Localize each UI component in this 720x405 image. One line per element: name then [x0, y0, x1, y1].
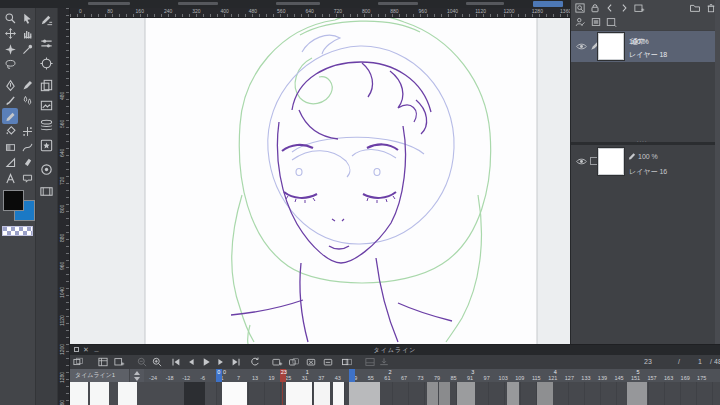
zoom-tool[interactable]	[2, 10, 18, 26]
layer-name[interactable]: レイヤー 16	[629, 168, 667, 175]
timeline-cel[interactable]	[314, 382, 330, 405]
layer-row[interactable]: 100 % 通常 レイヤー 18	[571, 31, 715, 62]
timeline-selector-spinner[interactable]	[130, 369, 144, 382]
ruler-label: 320	[192, 9, 200, 14]
layer-opacity: 100 %	[638, 153, 658, 160]
menu-bar	[0, 0, 570, 8]
decoration-tool[interactable]	[19, 124, 35, 140]
ruler-label: 400	[221, 9, 229, 14]
frame-number: 127	[565, 376, 574, 382]
layer-name[interactable]: レイヤー 18	[629, 51, 667, 58]
timeline-cel[interactable]	[507, 382, 519, 405]
timeline-name-box[interactable]: タイムライン1	[70, 369, 130, 382]
marker-tool[interactable]	[2, 77, 18, 93]
brush-tool[interactable]	[2, 93, 18, 109]
timeline-cel[interactable]	[349, 382, 380, 405]
auto-select-tool[interactable]	[2, 41, 18, 57]
timeline-cel[interactable]	[118, 382, 137, 405]
ruler-label: 880	[60, 233, 65, 241]
curve-tool[interactable]	[19, 139, 35, 155]
timeline-cel[interactable]	[457, 382, 475, 405]
blend-tool[interactable]	[19, 93, 35, 109]
ruler-label: 720	[60, 177, 65, 185]
frame-number: 109	[515, 376, 524, 382]
horizontal-ruler: 0801602403204004805606407208008809601040…	[70, 8, 570, 18]
move-tool[interactable]	[2, 26, 18, 42]
ruler-label: 480	[60, 92, 65, 100]
eyedropper-tool[interactable]	[19, 41, 35, 57]
frame-number: 163	[664, 376, 673, 382]
frame-number: 151	[631, 376, 640, 382]
canvas-area[interactable]	[70, 18, 570, 344]
layers-panel-header	[571, 0, 720, 30]
counter-separator: /	[710, 358, 712, 365]
timeline-cel[interactable]	[333, 382, 344, 405]
layer-row[interactable]: 100 % レイヤー 16	[571, 146, 715, 177]
ruler-label: 1280	[532, 9, 543, 14]
frame-number: 97	[484, 376, 490, 382]
pen-tool[interactable]	[19, 77, 35, 93]
frame-number: 67	[401, 376, 407, 382]
hand-tool[interactable]	[19, 26, 35, 42]
second-number: 0	[223, 370, 226, 376]
foreground-color-swatch[interactable]	[3, 190, 24, 211]
ruler-label: 880	[390, 9, 398, 14]
spin-down-icon[interactable]	[134, 377, 140, 381]
canvas-page[interactable]	[145, 18, 537, 344]
layer-thumbnail[interactable]	[598, 148, 624, 175]
timeline-cel[interactable]	[286, 382, 312, 405]
frame-number: 37	[318, 376, 324, 382]
vertical-ruler: 4805606407208008809601040112012001280136…	[58, 8, 70, 405]
gradient-tool[interactable]	[2, 139, 18, 155]
ruler-label: 1040	[60, 287, 65, 298]
palette-dock	[36, 8, 58, 405]
menu-item-pill	[178, 2, 218, 5]
ruler-label: 640	[60, 148, 65, 156]
lasso-tool[interactable]	[2, 57, 18, 73]
timeline-cel[interactable]	[427, 382, 438, 405]
ruler-label: 1360	[60, 400, 65, 405]
range-end-marker[interactable]	[349, 369, 355, 382]
timeline-cel[interactable]	[90, 382, 109, 405]
frame-number: -24	[149, 376, 157, 382]
second-number: 3	[471, 370, 474, 376]
figure-tool[interactable]	[2, 155, 18, 171]
frame-number: 103	[499, 376, 508, 382]
layer-checkbox[interactable]	[590, 157, 598, 165]
timeline-cel[interactable]	[70, 382, 88, 405]
timeline-title-bar: ✕ ﹘ タイムライン	[70, 345, 720, 355]
timeline-cel[interactable]	[627, 382, 647, 405]
panel-divider-handle[interactable]: ∙∙∙∙	[637, 138, 648, 144]
ruler-label: 1040	[447, 9, 458, 14]
layer-thumbnail[interactable]	[598, 33, 624, 60]
balloon-tool[interactable]	[19, 170, 35, 186]
clip-studio-paint-window: 4805606407208008809601040112012001280136…	[0, 0, 720, 405]
spin-up-icon[interactable]	[134, 371, 140, 375]
menu-item-pill	[276, 2, 320, 5]
frame-number: 7	[237, 376, 240, 382]
timeline-cel[interactable]	[439, 382, 450, 405]
eraser-tool[interactable]	[19, 155, 35, 171]
workspace-accent-button[interactable]	[533, 1, 563, 7]
frame-number: 31	[302, 376, 308, 382]
ruler-label: 1120	[60, 316, 65, 327]
range-start-marker[interactable]: 0	[216, 369, 222, 382]
fill-tool[interactable]	[2, 124, 18, 140]
timeline-cel[interactable]	[537, 382, 553, 405]
second-number: 1	[306, 370, 309, 376]
ruler-label: 960	[60, 261, 65, 269]
timeline-cel[interactable]	[222, 382, 247, 405]
playhead-marker[interactable]: 23	[280, 369, 286, 382]
object-tool[interactable]	[19, 10, 35, 26]
marker-label: 0	[217, 370, 220, 376]
text-tool[interactable]	[2, 170, 18, 186]
ruler-label: 800	[362, 9, 370, 14]
frame-number: 133	[581, 376, 590, 382]
timeline-track[interactable]	[70, 382, 720, 405]
timeline-ruler[interactable]: タイムライン1 -24-18-12-6171319253137434955616…	[70, 369, 720, 382]
pencil-tool[interactable]	[2, 108, 18, 124]
layers-scrollbar[interactable]	[715, 0, 720, 344]
transparent-color-swatch[interactable]	[2, 226, 33, 236]
timeline-cel[interactable]	[184, 382, 205, 405]
frame-number: 121	[548, 376, 557, 382]
